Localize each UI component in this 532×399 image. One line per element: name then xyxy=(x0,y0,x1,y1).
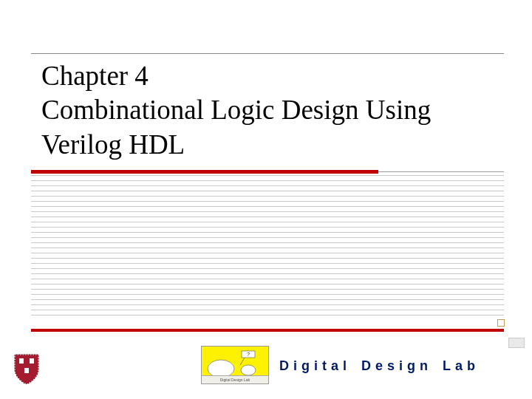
shield-crest-icon xyxy=(13,353,40,384)
title-line-3: Verilog HDL xyxy=(41,128,488,162)
top-divider-line xyxy=(31,53,504,54)
svg-rect-1 xyxy=(30,358,34,364)
slide: Chapter 4 Combinational Logic Design Usi… xyxy=(0,0,532,399)
svg-rect-0 xyxy=(19,358,24,364)
svg-point-4 xyxy=(241,365,256,375)
slide-title: Chapter 4 Combinational Logic Design Usi… xyxy=(41,59,488,168)
lab-logo-icon: ? Digital Design Lab xyxy=(201,346,269,384)
title-line-1: Chapter 4 xyxy=(41,59,488,93)
lab-text-content: DigitalDesignLab xyxy=(279,358,480,373)
footer-divider-red xyxy=(31,329,504,332)
footer-lab-text: DigitalDesignLab xyxy=(279,358,480,374)
title-underline-gray-ext xyxy=(378,171,504,172)
title-underline-red xyxy=(31,170,378,174)
bullet-box-icon xyxy=(497,319,505,327)
logo-caption: Digital Design Lab xyxy=(202,376,268,383)
footer: ? Digital Design Lab DigitalDesignLab xyxy=(0,329,532,399)
title-line-2: Combinational Logic Design Using xyxy=(41,93,488,127)
svg-text:?: ? xyxy=(247,352,250,357)
page-corner-decoration xyxy=(508,338,525,348)
svg-rect-2 xyxy=(24,368,29,373)
svg-point-3 xyxy=(208,360,234,378)
